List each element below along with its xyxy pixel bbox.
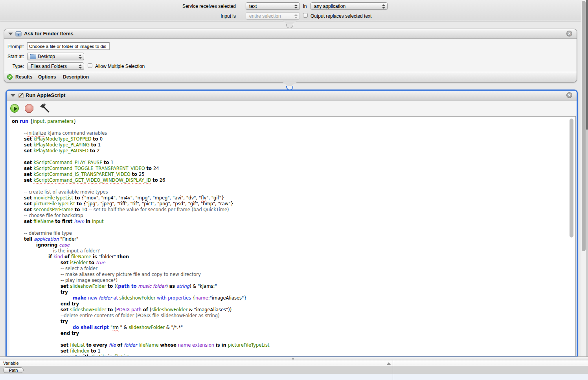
variable-column-header[interactable]: Variable	[3, 361, 19, 365]
output-replaces-checkbox[interactable]	[303, 13, 308, 18]
prompt-label: Prompt:	[7, 44, 24, 49]
column-divider[interactable]	[393, 360, 393, 380]
variable-path-pill[interactable]: Path	[3, 367, 24, 373]
service-application-value: any application	[314, 4, 345, 9]
stop-script-button[interactable]	[25, 104, 33, 113]
splitter-grip-icon	[292, 358, 294, 360]
description-link[interactable]: Description	[63, 74, 89, 80]
variable-row-empty[interactable]	[0, 374, 588, 380]
action-title: Ask for Finder Items	[24, 31, 74, 37]
disclosure-triangle-icon[interactable]	[11, 94, 15, 97]
pane-splitter[interactable]	[0, 356, 588, 360]
action-ask-for-finder-items: Ask for Finder Items ✕ Prompt: Start at:…	[4, 29, 577, 82]
popup-stepper-icon	[79, 64, 82, 69]
variable-pane-header[interactable]: Variable	[0, 360, 588, 366]
action-title: Run AppleScript	[26, 92, 65, 98]
popup-stepper-icon	[382, 4, 385, 9]
compile-hammer-icon[interactable]	[39, 103, 50, 113]
prompt-input[interactable]	[27, 42, 110, 50]
action-run-applescript: Run AppleScript ✕ on run {input, paramet…	[6, 90, 578, 357]
options-link[interactable]: Options	[38, 74, 56, 80]
results-link[interactable]: Results	[15, 74, 32, 80]
service-settings-bar: Service receives selected text in any ap…	[0, 0, 581, 21]
applescript-editor[interactable]: on run {input, parameters} --initialize …	[10, 116, 576, 357]
action-footer: ✓ Results Options Description	[4, 72, 577, 82]
in-label: in	[303, 4, 307, 9]
type-popup[interactable]: Files and Folders	[27, 62, 84, 70]
folder-icon	[30, 55, 36, 59]
start-at-popup[interactable]: Desktop	[27, 53, 84, 60]
window-scrollbar-track[interactable]	[586, 130, 588, 356]
close-action-icon[interactable]: ✕	[566, 31, 572, 37]
automator-workflow-canvas: Service receives selected text in any ap…	[0, 0, 588, 380]
output-replaces-label: Output replaces selected text	[311, 13, 371, 19]
start-at-label: Start at:	[7, 54, 24, 59]
window-scrollbar-thumb[interactable]	[586, 0, 588, 130]
input-is-value: entire selection	[249, 13, 281, 19]
sort-ascending-icon[interactable]	[387, 362, 391, 365]
service-input-type-value: text	[249, 4, 257, 9]
run-script-button[interactable]	[10, 104, 19, 113]
action-header[interactable]: Run AppleScript ✕	[7, 91, 577, 100]
service-application-popup[interactable]: any application	[311, 2, 388, 10]
action-header[interactable]: Ask for Finder Items ✕	[4, 29, 577, 39]
start-at-value: Desktop	[38, 54, 55, 59]
workflow-scrollbar-thumb[interactable]	[582, 1, 586, 251]
status-check-icon: ✓	[7, 74, 13, 80]
popup-stepper-icon	[294, 14, 298, 19]
service-receives-label: Service receives selected	[182, 4, 236, 9]
allow-multiple-selection-checkbox[interactable]	[88, 63, 92, 68]
input-is-popup: entire selection	[246, 12, 300, 20]
allow-multiple-selection-label: Allow Multiple Selection	[95, 64, 145, 69]
code-scrollbar-thumb[interactable]	[570, 119, 573, 238]
type-label: Type:	[13, 64, 24, 69]
ask-for-finder-items-icon	[15, 31, 22, 37]
type-value: Files and Folders	[31, 64, 67, 69]
input-is-label: Input is	[220, 13, 236, 19]
disclosure-triangle-icon[interactable]	[8, 33, 13, 35]
service-input-type-popup[interactable]: text	[246, 2, 300, 10]
popup-stepper-icon	[294, 4, 298, 9]
close-action-icon[interactable]: ✕	[566, 92, 572, 98]
popup-stepper-icon	[79, 54, 82, 59]
variable-row[interactable]: Path	[0, 366, 588, 374]
applescript-code[interactable]: on run {input, parameters} --initialize …	[10, 117, 575, 357]
connector-arc-top	[286, 24, 293, 28]
run-applescript-icon	[18, 92, 25, 99]
